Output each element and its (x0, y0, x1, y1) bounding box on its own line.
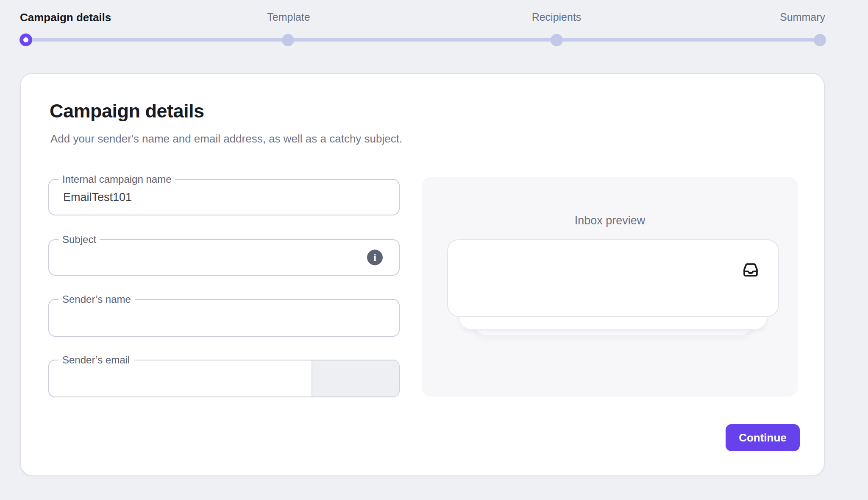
subject-field: Subject i (48, 239, 400, 276)
sender-name-field: Sender’s name (48, 299, 400, 337)
sender-email-domain-box[interactable] (312, 360, 399, 397)
step-dot-template-icon[interactable] (282, 34, 294, 46)
inbox-icon (742, 261, 760, 279)
inbox-preview-title: Inbox preview (422, 214, 798, 227)
internal-campaign-name-input[interactable] (49, 180, 399, 215)
sender-email-field: Sender’s email (48, 360, 400, 397)
page-subtitle: Add your sender's name and email address… (50, 132, 402, 145)
campaign-details-card: Campaign details Add your sender's name … (20, 73, 825, 476)
step-dot-active-icon[interactable] (19, 34, 32, 46)
internal-campaign-name-field: Internal campaign name (48, 179, 400, 215)
preview-message-card (447, 239, 779, 317)
info-icon[interactable]: i (367, 250, 383, 265)
wizard-stepper: Campaign details Template Recipients Sum… (0, 0, 868, 59)
stepper-progress-line (26, 38, 824, 42)
page-title: Campaign details (50, 100, 204, 122)
sender-email-input[interactable] (49, 360, 310, 397)
step-summary[interactable]: Summary (780, 11, 825, 23)
step-dot-recipients-icon[interactable] (551, 34, 563, 46)
subject-input[interactable] (49, 240, 399, 275)
inbox-preview-panel: Inbox preview (422, 177, 798, 397)
step-recipients[interactable]: Recipients (532, 11, 581, 23)
step-campaign-details[interactable]: Campaign details (20, 11, 111, 24)
sender-name-input[interactable] (49, 300, 399, 336)
step-template[interactable]: Template (267, 11, 310, 23)
continue-button[interactable]: Continue (726, 424, 800, 451)
step-dot-summary-icon[interactable] (814, 34, 826, 46)
